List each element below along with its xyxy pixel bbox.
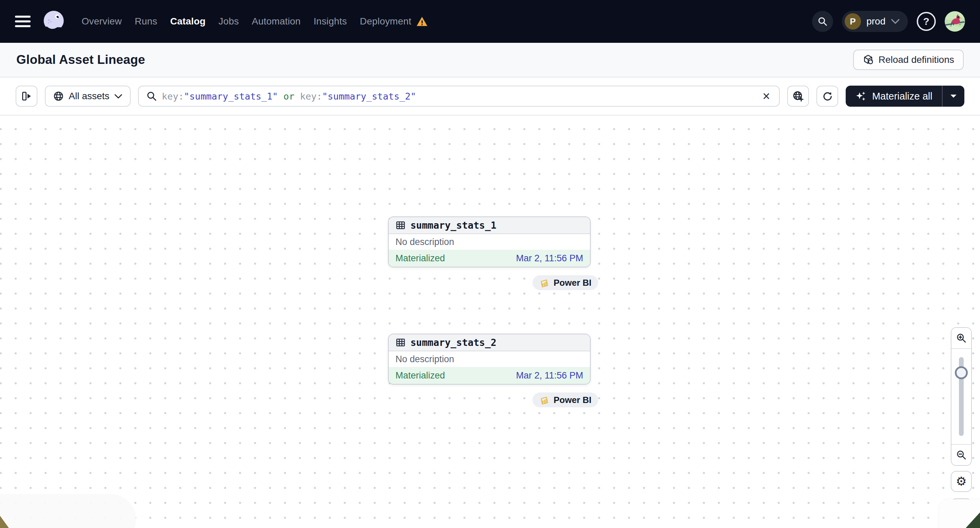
materialize-all-button[interactable]: Materialize all	[846, 86, 942, 107]
search-token: key:	[300, 91, 322, 101]
gear-icon: ⚙	[956, 475, 967, 488]
asset-tag-power-bi[interactable]: Power BI	[533, 275, 598, 290]
help-button[interactable]: ?	[917, 12, 936, 31]
page-title: Global Asset Lineage	[16, 53, 145, 67]
asset-node-summary-stats-1[interactable]: summary_stats_1 No description Materiali…	[388, 216, 591, 267]
materialize-all-label: Materialize all	[872, 91, 932, 102]
materialized-timestamp[interactable]: Mar 2, 11:56 PM	[516, 253, 583, 264]
asset-status-row: Materialized Mar 2, 11:56 PM	[389, 250, 590, 267]
asset-tag-label: Power BI	[554, 395, 591, 405]
nav-item-runs[interactable]: Runs	[135, 16, 157, 27]
zoom-out-icon	[956, 450, 967, 460]
open-left-panel-icon	[21, 90, 32, 102]
materialized-status: Materialized	[396, 370, 445, 381]
deployment-switcher[interactable]: P prod	[842, 11, 908, 32]
nav-item-jobs[interactable]: Jobs	[219, 16, 239, 27]
reload-definitions-icon	[863, 54, 873, 65]
asset-status-row: Materialized Mar 2, 11:56 PM	[389, 367, 590, 384]
search-token: or	[278, 91, 300, 101]
chevron-down-icon	[891, 19, 900, 24]
chevron-down-icon	[114, 94, 123, 99]
navbar-right-cluster: P prod ?	[812, 11, 965, 32]
primary-nav: Overview Runs Catalog Jobs Automation In…	[82, 16, 428, 27]
global-search-button[interactable]	[812, 11, 833, 32]
nav-item-insights[interactable]: Insights	[313, 16, 347, 27]
search-query-text[interactable]: key:"summary_stats_1" or key:"summary_st…	[162, 91, 757, 101]
nav-item-catalog[interactable]: Catalog	[170, 16, 205, 27]
zoom-controls-panel	[951, 327, 972, 466]
asset-tag-power-bi[interactable]: Power BI	[533, 392, 598, 407]
zoom-in-icon	[956, 333, 967, 344]
reload-definitions-button[interactable]: Reload definitions	[853, 49, 964, 70]
asset-description: No description	[389, 234, 590, 250]
refresh-button[interactable]	[816, 86, 838, 107]
zoom-slider[interactable]	[951, 349, 971, 444]
page-header: Global Asset Lineage Reload definitions	[0, 43, 980, 78]
open-panel-button[interactable]	[16, 86, 37, 107]
nav-item-deployment-wrap[interactable]: Deployment	[360, 16, 428, 27]
nav-item-automation[interactable]: Automation	[252, 16, 301, 27]
asset-filter-label: All assets	[69, 91, 110, 101]
top-navbar: Overview Runs Catalog Jobs Automation In…	[0, 0, 980, 43]
cardinal-avatar-image	[945, 11, 965, 32]
deployment-warning-icon	[416, 16, 428, 27]
globe-icon	[53, 91, 64, 101]
bottom-right-wedge-decoration	[966, 512, 980, 528]
reload-definitions-label: Reload definitions	[878, 54, 954, 65]
table-icon	[396, 220, 406, 230]
nav-item-overview[interactable]: Overview	[82, 16, 122, 27]
sparkle-icon	[855, 90, 867, 102]
search-token: key:	[162, 91, 184, 101]
asset-name: summary_stats_1	[410, 220, 496, 231]
caret-down-icon	[950, 94, 957, 98]
asset-group-filter[interactable]: All assets	[45, 86, 130, 107]
materialize-options-button[interactable]	[943, 86, 964, 107]
globe-add-icon	[792, 90, 804, 102]
asset-node-summary-stats-2[interactable]: summary_stats_2 No description Materiali…	[388, 334, 591, 385]
clear-search-icon[interactable]: ×	[761, 90, 772, 103]
lineage-graph-canvas[interactable]: summary_stats_1 No description Materiali…	[0, 116, 980, 528]
bottom-left-decoration	[0, 494, 136, 528]
dagster-logo-icon[interactable]	[41, 8, 67, 34]
asset-name: summary_stats_2	[410, 337, 496, 348]
bottom-left-wedge-decoration	[0, 516, 9, 528]
refresh-icon	[821, 90, 833, 102]
power-bi-icon	[539, 277, 549, 288]
asset-tag-label: Power BI	[554, 277, 591, 288]
zoom-out-button[interactable]	[951, 444, 971, 465]
search-token: "summary_stats_1"	[184, 91, 278, 101]
graph-settings-button[interactable]: ⚙	[951, 471, 972, 492]
table-icon	[396, 338, 406, 347]
lineage-toolbar: All assets key:"summary_stats_1" or key:…	[0, 78, 980, 116]
nav-item-deployment[interactable]: Deployment	[360, 16, 411, 27]
deployment-initial-badge: P	[845, 13, 861, 30]
deployment-name: prod	[866, 16, 886, 27]
asset-node-header: summary_stats_2	[389, 335, 590, 351]
asset-node-header: summary_stats_1	[389, 217, 590, 234]
materialized-timestamp[interactable]: Mar 2, 11:56 PM	[516, 370, 583, 381]
hamburger-menu-icon[interactable]	[15, 16, 30, 27]
search-icon	[818, 16, 828, 27]
asset-description: No description	[389, 351, 590, 367]
asset-search-input[interactable]: key:"summary_stats_1" or key:"summary_st…	[138, 86, 780, 107]
search-icon	[146, 91, 157, 101]
search-token: "summary_stats_2"	[322, 91, 416, 101]
materialize-all-split-button: Materialize all	[846, 86, 964, 107]
materialized-status: Materialized	[396, 253, 445, 264]
power-bi-icon	[539, 395, 549, 405]
user-avatar[interactable]	[945, 11, 965, 32]
zoom-slider-knob[interactable]	[955, 366, 968, 379]
new-asset-group-button[interactable]	[787, 86, 809, 107]
help-question-icon: ?	[923, 16, 929, 27]
zoom-in-button[interactable]	[951, 328, 971, 349]
